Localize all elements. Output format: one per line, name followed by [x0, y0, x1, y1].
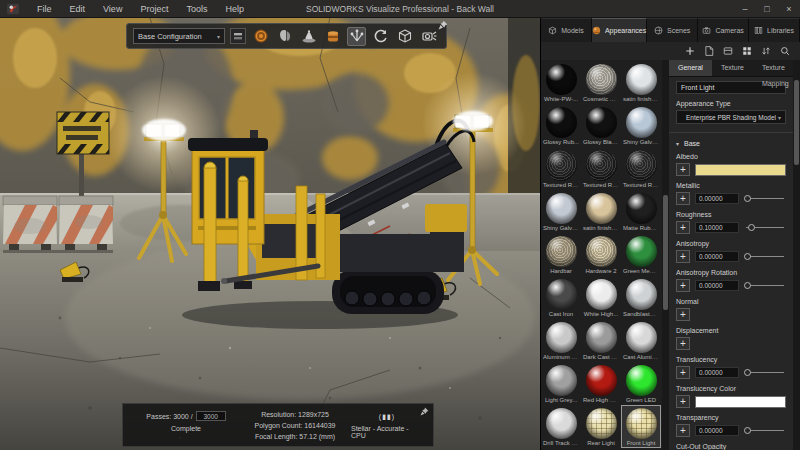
materials-scrollbar[interactable]: [662, 60, 669, 450]
material-thumb[interactable]: Aluminum P...: [541, 319, 581, 362]
material-thumb[interactable]: Cast Iron: [541, 276, 581, 319]
menu-edit[interactable]: Edit: [61, 0, 95, 18]
metallic-add-texture-button[interactable]: +: [676, 192, 690, 205]
anisotropy-rotation-slider[interactable]: [744, 280, 786, 291]
material-sphere: [586, 322, 617, 353]
sort-icon[interactable]: [761, 46, 771, 56]
translucency-slider[interactable]: [744, 367, 786, 378]
material-thumb[interactable]: Green Medi...: [621, 233, 661, 276]
material-thumb[interactable]: Textured Ru...: [541, 147, 581, 190]
tab-texture-mapping[interactable]: Texture Mapping: [753, 60, 793, 76]
translucency-add-texture-button[interactable]: +: [676, 366, 690, 379]
material-thumb[interactable]: White High...: [581, 276, 621, 319]
transparency-add-texture-button[interactable]: +: [676, 424, 690, 437]
turntable-icon[interactable]: [371, 27, 390, 46]
import-icon[interactable]: [704, 46, 714, 56]
tab-appearances[interactable]: Appearances: [592, 18, 647, 42]
material-thumb-selected[interactable]: Front Light: [621, 405, 661, 448]
render-camera-icon[interactable]: [419, 27, 438, 46]
denoiser-brain-icon[interactable]: [275, 27, 294, 46]
close-button[interactable]: ×: [778, 0, 800, 18]
add-icon[interactable]: [685, 46, 695, 56]
menu-file[interactable]: File: [28, 0, 61, 18]
transparency-value-input[interactable]: [695, 425, 739, 436]
translucency-color-add-texture-button[interactable]: +: [676, 395, 690, 408]
normal-add-texture-button[interactable]: +: [676, 308, 690, 321]
material-thumb[interactable]: Cast Alumin...: [621, 319, 661, 362]
search-icon[interactable]: [780, 46, 790, 56]
material-thumb[interactable]: Glossy Black...: [581, 104, 621, 147]
anisotropy-rotation-value-input[interactable]: [695, 280, 739, 291]
menu-view[interactable]: View: [94, 0, 131, 18]
pause-icon[interactable]: (▮▮): [379, 413, 395, 421]
pin-icon[interactable]: [438, 20, 448, 30]
passes-input[interactable]: [196, 411, 226, 421]
displacement-add-texture-button[interactable]: +: [676, 337, 690, 350]
status-pin-icon[interactable]: [420, 407, 429, 416]
material-thumb[interactable]: Shiny Galva...: [541, 190, 581, 233]
appearance-type-dropdown[interactable]: Enterprise PBR Shading Model ▾: [676, 110, 786, 124]
albedo-color-swatch[interactable]: [695, 164, 786, 176]
renderer-mode: Stellar - Accurate - CPU: [351, 425, 423, 439]
tab-models[interactable]: Models: [541, 18, 592, 42]
model-box-icon[interactable]: [395, 27, 414, 46]
menu-help[interactable]: Help: [216, 0, 253, 18]
metallic-slider[interactable]: [744, 193, 786, 204]
metallic-value-input[interactable]: [695, 193, 739, 204]
menu-tools[interactable]: Tools: [177, 0, 216, 18]
translucency-color-swatch[interactable]: [695, 396, 786, 408]
albedo-add-texture-button[interactable]: +: [676, 163, 690, 176]
scrollbar-thumb[interactable]: [794, 80, 799, 165]
minimize-button[interactable]: –: [734, 0, 756, 18]
material-thumb[interactable]: satin finish s...: [621, 61, 661, 104]
render-viewport[interactable]: Base Configuration ▾: [0, 18, 540, 450]
scrollbar-thumb[interactable]: [663, 195, 668, 310]
properties-scrollbar[interactable]: [793, 60, 800, 450]
list-view-icon[interactable]: [723, 46, 733, 56]
roughness-value-input[interactable]: [695, 222, 739, 233]
tab-texture[interactable]: Texture: [712, 60, 753, 76]
configuration-dropdown[interactable]: Base Configuration ▾: [133, 28, 225, 44]
material-thumb[interactable]: Hardbar: [541, 233, 581, 276]
object-manipulation-icon[interactable]: [347, 27, 366, 46]
appearance-stack-icon[interactable]: [299, 27, 318, 46]
material-thumb[interactable]: Cosmetic Th...: [581, 61, 621, 104]
transparency-slider[interactable]: [744, 425, 786, 436]
anisotropy-value-input[interactable]: [695, 251, 739, 262]
material-thumb[interactable]: Light Grey...: [541, 362, 581, 405]
anisotropy-slider[interactable]: [744, 251, 786, 262]
configuration-list-button[interactable]: [230, 28, 246, 44]
anisotropy-rotation-add-texture-button[interactable]: +: [676, 279, 690, 292]
roughness-add-texture-button[interactable]: +: [676, 221, 690, 234]
base-section-header[interactable]: ▾ Base: [676, 140, 786, 147]
material-thumb[interactable]: Sandblasted...: [621, 276, 661, 319]
menu-project[interactable]: Project: [131, 0, 177, 18]
material-thumb[interactable]: Textured Ru...: [621, 147, 661, 190]
material-thumb[interactable]: Glossy Rub...: [541, 104, 581, 147]
anisotropy-add-texture-button[interactable]: +: [676, 250, 690, 263]
render-target-icon[interactable]: [251, 27, 270, 46]
tab-cameras[interactable]: Cameras: [698, 18, 749, 42]
material-thumb[interactable]: Textured Ru...: [581, 147, 621, 190]
material-thumb[interactable]: Drill Track C...: [541, 405, 581, 448]
tab-scenes[interactable]: Scenes: [647, 18, 698, 42]
maximize-button[interactable]: □: [756, 0, 778, 18]
tab-libraries[interactable]: Libraries: [749, 18, 800, 42]
material-thumb[interactable]: satin finish s...: [581, 190, 621, 233]
grid-view-icon[interactable]: [742, 46, 752, 56]
tab-general[interactable]: General: [669, 60, 712, 76]
material-thumb[interactable]: White-PW-...: [541, 61, 581, 104]
displacement-label: Displacement: [676, 327, 786, 334]
translucency-value-input[interactable]: [695, 367, 739, 378]
tab-label: Cameras: [715, 27, 743, 34]
material-thumb[interactable]: Hardware 2: [581, 233, 621, 276]
material-thumb[interactable]: Green LED: [621, 362, 661, 405]
scene-canvas[interactable]: [0, 18, 540, 450]
material-thumb[interactable]: Matte Rubb...: [621, 190, 661, 233]
material-thumb[interactable]: Rear Light: [581, 405, 621, 448]
material-thumb[interactable]: Red High Gl...: [581, 362, 621, 405]
material-bucket-icon[interactable]: [323, 27, 342, 46]
roughness-slider[interactable]: [744, 222, 786, 233]
material-thumb[interactable]: Dark Cast Al...: [581, 319, 621, 362]
material-thumb[interactable]: Shiny Galva...: [621, 104, 661, 147]
